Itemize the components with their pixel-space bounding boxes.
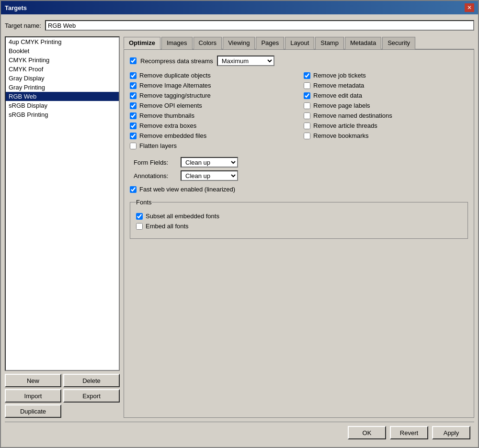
checkbox-row: Remove metadata — [304, 82, 468, 89]
tab-security[interactable]: Security — [382, 37, 415, 49]
remove-named-destinations-label: Remove named destinations — [313, 112, 392, 119]
remove-bookmarks-checkbox[interactable] — [304, 133, 310, 139]
list-item[interactable]: CMYK Printing — [6, 56, 119, 65]
list-item[interactable]: Gray Display — [6, 74, 119, 83]
list-item[interactable]: Booklet — [6, 46, 119, 56]
remove-image-alternates-checkbox[interactable] — [130, 82, 137, 89]
col2-checkboxes: Remove job tickets Remove metadata Remov… — [304, 72, 468, 152]
checkbox-row: Remove edit data — [304, 92, 468, 99]
remove-named-destinations-checkbox[interactable] — [304, 112, 310, 119]
optimize-tab-content: Recompress data streams Maximum High Med… — [124, 50, 474, 418]
options-grid: Remove duplicate objects Remove Image Al… — [130, 72, 468, 152]
recompress-row: Recompress data streams Maximum High Med… — [130, 56, 468, 66]
form-fields-label: Form Fields: — [134, 159, 177, 166]
tabs-bar: Optimize Images Colors Viewing Pages Lay… — [124, 36, 474, 50]
form-fields-dropdown[interactable]: Clean up Remove all Keep all — [181, 157, 238, 168]
revert-button[interactable]: Revert — [390, 426, 428, 439]
remove-image-alternates-label: Remove Image Alternates — [139, 82, 211, 89]
main-area: 4up CMYK Printing Booklet CMYK Printing … — [5, 36, 474, 418]
fast-web-view-label: Fast web view enabled (linearized) — [139, 186, 235, 193]
target-name-input[interactable] — [45, 20, 474, 31]
remove-metadata-label: Remove metadata — [313, 82, 364, 89]
recompress-checkbox[interactable] — [130, 57, 137, 64]
targets-list[interactable]: 4up CMYK Printing Booklet CMYK Printing … — [5, 36, 120, 371]
annotations-dropdown[interactable]: Clean up Remove all Keep all — [181, 170, 238, 181]
remove-metadata-checkbox[interactable] — [304, 82, 310, 89]
subset-all-fonts-label: Subset all embedded fonts — [146, 213, 219, 220]
remove-duplicate-objects-checkbox[interactable] — [130, 72, 137, 79]
new-button[interactable]: New — [5, 374, 61, 387]
remove-edit-data-label: Remove edit data — [313, 92, 362, 99]
fonts-group: Fonts Subset all embedded fonts Embed al… — [130, 199, 468, 239]
import-button[interactable]: Import — [5, 389, 61, 403]
remove-opi-checkbox[interactable] — [130, 102, 137, 109]
remove-duplicate-objects-label: Remove duplicate objects — [139, 72, 211, 79]
remove-tagging-checkbox[interactable] — [130, 92, 137, 99]
annotations-label: Annotations: — [134, 172, 177, 179]
content-area: Optimize Images Colors Viewing Pages Lay… — [124, 36, 474, 418]
annotations-row: Annotations: Clean up Remove all Keep al… — [130, 170, 468, 181]
list-item[interactable]: Gray Printing — [6, 83, 119, 92]
sidebar: 4up CMYK Printing Booklet CMYK Printing … — [5, 36, 120, 418]
import-export-row: Import Export — [5, 389, 120, 403]
remove-opi-label: Remove OPI elements — [139, 102, 202, 109]
fast-web-view-row: Fast web view enabled (linearized) — [130, 186, 468, 193]
sidebar-buttons: New Delete Import Export Duplicate — [5, 374, 120, 418]
list-item[interactable]: sRGB Printing — [6, 110, 119, 119]
flatten-layers-checkbox[interactable] — [130, 143, 137, 149]
checkbox-row: Remove tagging/structure — [130, 92, 294, 99]
subset-all-fonts-checkbox[interactable] — [136, 213, 143, 220]
tab-layout[interactable]: Layout — [285, 37, 314, 49]
remove-article-threads-checkbox[interactable] — [304, 123, 310, 129]
export-button[interactable]: Export — [63, 389, 120, 403]
checkbox-row: Remove Image Alternates — [130, 82, 294, 89]
tab-optimize[interactable]: Optimize — [124, 37, 160, 49]
col1-checkboxes: Remove duplicate objects Remove Image Al… — [130, 72, 294, 152]
new-delete-row: New Delete — [5, 374, 120, 387]
checkbox-row: Remove page labels — [304, 102, 468, 109]
checkbox-row: Flatten layers — [130, 142, 294, 149]
list-item[interactable]: 4up CMYK Printing — [6, 37, 119, 46]
tab-pages[interactable]: Pages — [256, 37, 284, 49]
ok-button[interactable]: OK — [348, 426, 386, 439]
remove-page-labels-label: Remove page labels — [313, 102, 370, 109]
tab-images[interactable]: Images — [161, 37, 193, 49]
fast-web-view-checkbox[interactable] — [130, 186, 137, 193]
list-item[interactable]: CMYK Proof — [6, 65, 119, 74]
duplicate-row: Duplicate — [5, 404, 120, 418]
checkbox-row: Remove article threads — [304, 122, 468, 129]
checkbox-row: Remove named destinations — [304, 112, 468, 119]
list-item-rgb-web[interactable]: RGB Web — [6, 92, 119, 101]
remove-edit-data-checkbox[interactable] — [304, 92, 310, 99]
checkbox-row: Remove extra boxes — [130, 122, 294, 129]
recompress-dropdown[interactable]: Maximum High Medium Low None — [217, 56, 274, 66]
tab-stamp[interactable]: Stamp — [315, 37, 344, 49]
checkbox-row: Remove OPI elements — [130, 102, 294, 109]
delete-button[interactable]: Delete — [63, 374, 120, 387]
checkbox-row: Remove embedded files — [130, 132, 294, 139]
remove-embedded-files-checkbox[interactable] — [130, 133, 137, 139]
remove-thumbnails-label: Remove thumbnails — [139, 112, 194, 119]
tab-viewing[interactable]: Viewing — [223, 37, 255, 49]
remove-thumbnails-checkbox[interactable] — [130, 112, 137, 119]
duplicate-button[interactable]: Duplicate — [5, 404, 61, 418]
remove-article-threads-label: Remove article threads — [313, 122, 377, 129]
tab-colors[interactable]: Colors — [194, 37, 222, 49]
title-bar: Targets ✕ — [1, 1, 478, 14]
remove-job-tickets-checkbox[interactable] — [304, 72, 310, 79]
close-button[interactable]: ✕ — [465, 3, 474, 12]
apply-button[interactable]: Apply — [432, 426, 470, 439]
bottom-bar: OK Revert Apply — [5, 422, 474, 443]
checkbox-row: Remove job tickets — [304, 72, 468, 79]
window-body: Target name: 4up CMYK Printing Booklet C… — [1, 14, 478, 447]
embed-all-fonts-checkbox[interactable] — [136, 223, 143, 230]
targets-window: Targets ✕ Target name: 4up CMYK Printing… — [0, 0, 479, 448]
remove-page-labels-checkbox[interactable] — [304, 102, 310, 109]
remove-bookmarks-label: Remove bookmarks — [313, 132, 369, 139]
list-item[interactable]: sRGB Display — [6, 101, 119, 110]
tab-metadata[interactable]: Metadata — [345, 37, 381, 49]
flatten-layers-label: Flatten layers — [139, 142, 177, 149]
remove-extra-boxes-checkbox[interactable] — [130, 123, 137, 129]
recompress-label: Recompress data streams — [140, 57, 213, 65]
embed-all-fonts-row: Embed all fonts — [136, 223, 462, 230]
